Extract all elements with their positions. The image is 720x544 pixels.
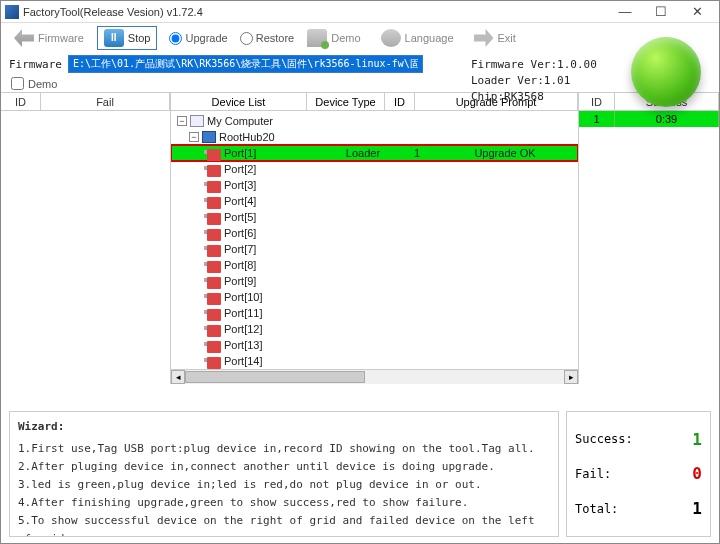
firmware-icon (14, 29, 34, 47)
tree-port[interactable]: Port[4] (171, 193, 578, 209)
usb-icon (207, 341, 221, 353)
stop-button[interactable]: IIStop (97, 26, 158, 50)
wizard-title: Wizard: (18, 418, 550, 436)
demo-checkbox-row: Demo (1, 75, 719, 92)
usb-icon (207, 181, 221, 193)
tree-port[interactable]: Port[13] (171, 337, 578, 353)
usb-icon (207, 357, 221, 369)
port-label: Port[5] (224, 211, 256, 223)
demo-checkbox-label: Demo (28, 78, 57, 90)
port-label: Port[3] (224, 179, 256, 191)
usb-icon (207, 293, 221, 305)
pause-icon: II (104, 29, 124, 47)
restore-radio[interactable]: Restore (240, 32, 295, 45)
firmware-button[interactable]: Firmware (7, 26, 91, 50)
wizard-line: 3.led is green,plug device in;led is red… (18, 476, 550, 494)
stats-success-label: Success: (575, 432, 633, 446)
fail-id-header: ID (1, 93, 41, 110)
demo-button[interactable]: Demo (300, 26, 367, 50)
exit-icon (474, 29, 494, 47)
port-label: Port[11] (224, 307, 263, 319)
device-id-header: ID (385, 93, 415, 110)
usb-icon (207, 245, 221, 257)
device-type-header: Device Type (307, 93, 385, 110)
computer-icon (190, 115, 204, 127)
device-tree-panel: Device List Device Type ID Upgrade Promp… (171, 93, 579, 384)
usb-icon (207, 165, 221, 177)
port-label: Port[1] (224, 147, 324, 159)
globe-icon (381, 29, 401, 47)
scroll-thumb[interactable] (185, 371, 365, 383)
stats-total-label: Total: (575, 502, 618, 516)
close-button[interactable]: ✕ (679, 2, 715, 22)
tree-port[interactable]: Port[7] (171, 241, 578, 257)
tree-port[interactable]: Port[14] (171, 353, 578, 369)
stop-label: Stop (128, 32, 151, 44)
usb-icon (207, 309, 221, 321)
upgrade-prompt-header: Upgrade Prompt (415, 93, 578, 110)
scroll-right-button[interactable]: ▸ (564, 370, 578, 384)
device-list-header: Device List (171, 93, 307, 110)
usb-icon (207, 325, 221, 337)
tree-port[interactable]: Port[2] (171, 161, 578, 177)
tree-port[interactable]: Port[5] (171, 209, 578, 225)
tree-port[interactable]: Port[9] (171, 273, 578, 289)
demo-checkbox[interactable] (11, 77, 24, 90)
usb-icon (207, 149, 221, 161)
tree-port[interactable]: Port[3] (171, 177, 578, 193)
wizard-line: 5.To show successful device on the right… (18, 512, 550, 537)
stats-fail-label: Fail: (575, 467, 611, 481)
port-type: Loader (324, 147, 402, 159)
minimize-button[interactable]: — (607, 2, 643, 22)
firmware-path-label: Firmware (9, 58, 62, 71)
tree-port[interactable]: Port[12] (171, 321, 578, 337)
usb-icon (207, 213, 221, 225)
wizard-line: 1.First use,Tag USB port:plug device in,… (18, 440, 550, 458)
tree-port[interactable]: Port[6] (171, 225, 578, 241)
firmware-path-input[interactable] (68, 55, 423, 73)
tree-port[interactable]: Port[11] (171, 305, 578, 321)
hub-icon (202, 131, 216, 143)
mode-radio-group: Upgrade Restore (169, 32, 294, 45)
port-label: Port[2] (224, 163, 256, 175)
tree-root-label: My Computer (207, 115, 273, 127)
port-label: Port[6] (224, 227, 256, 239)
usb-icon (207, 197, 221, 209)
big-green-button[interactable] (631, 37, 701, 107)
language-button[interactable]: Language (374, 26, 461, 50)
port-label: Port[7] (224, 243, 256, 255)
port-label: Port[10] (224, 291, 263, 303)
collapse-icon[interactable]: − (177, 116, 187, 126)
stats-panel: Success:1 Fail:0 Total:1 (566, 411, 711, 537)
main-area: ID Fail Device List Device Type ID Upgra… (1, 92, 719, 384)
tree-port[interactable]: Port[8] (171, 257, 578, 273)
tree-hub-label: RootHub20 (219, 131, 275, 143)
tree-port[interactable]: Port[10] (171, 289, 578, 305)
port-label: Port[9] (224, 275, 256, 287)
tree-port[interactable]: Port[1]Loader1Upgrade OK (171, 145, 578, 161)
firmware-version: Firmware Ver:1.0.00 (471, 57, 597, 73)
usb-icon (207, 277, 221, 289)
stats-success-value: 1 (692, 430, 702, 449)
fail-grid: ID Fail (1, 93, 171, 384)
port-label: Port[13] (224, 339, 263, 351)
scroll-left-button[interactable]: ◂ (171, 370, 185, 384)
usb-icon (207, 229, 221, 241)
success-row[interactable]: 10:39 (579, 111, 719, 127)
maximize-button[interactable]: ☐ (643, 2, 679, 22)
firmware-path-row: Firmware (1, 53, 719, 75)
toolbar: Firmware IIStop Upgrade Restore Demo Lan… (1, 23, 719, 53)
wizard-panel: Wizard: 1.First use,Tag USB port:plug de… (9, 411, 559, 537)
tree-hub[interactable]: −RootHub20 (171, 129, 578, 145)
tree-root[interactable]: −My Computer (171, 113, 578, 129)
exit-button[interactable]: Exit (467, 26, 523, 50)
port-label: Port[14] (224, 355, 263, 367)
upgrade-radio[interactable]: Upgrade (169, 32, 227, 45)
success-row-id: 1 (579, 111, 615, 127)
port-prompt: Upgrade OK (432, 147, 578, 159)
collapse-icon[interactable]: − (189, 132, 199, 142)
fail-header: Fail (41, 93, 170, 110)
horizontal-scrollbar[interactable]: ◂ ▸ (171, 369, 578, 384)
port-label: Port[8] (224, 259, 256, 271)
device-tree[interactable]: −My Computer −RootHub20 Port[1]Loader1Up… (171, 111, 578, 369)
